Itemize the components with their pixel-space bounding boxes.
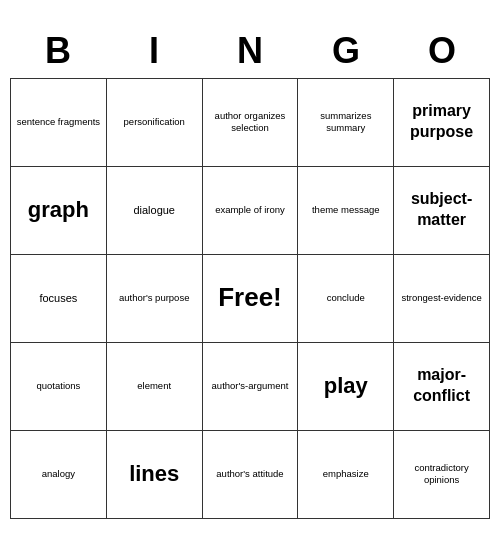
bingo-cell-11[interactable]: author's purpose — [107, 255, 203, 343]
bingo-cell-9[interactable]: subject-matter — [394, 167, 490, 255]
bingo-grid: sentence fragmentspersonificationauthor … — [10, 78, 490, 519]
bingo-cell-13[interactable]: conclude — [298, 255, 394, 343]
bingo-cell-8[interactable]: theme message — [298, 167, 394, 255]
bingo-cell-12[interactable]: Free! — [203, 255, 299, 343]
bingo-cell-23[interactable]: emphasize — [298, 431, 394, 519]
bingo-cell-10[interactable]: focuses — [11, 255, 107, 343]
bingo-cell-20[interactable]: analogy — [11, 431, 107, 519]
header-b: B — [10, 26, 106, 76]
bingo-cell-14[interactable]: strongest-evidence — [394, 255, 490, 343]
bingo-header: B I N G O — [10, 26, 490, 76]
header-i: I — [106, 26, 202, 76]
bingo-cell-21[interactable]: lines — [107, 431, 203, 519]
bingo-cell-19[interactable]: major-conflict — [394, 343, 490, 431]
header-o: O — [394, 26, 490, 76]
bingo-cell-1[interactable]: personification — [107, 79, 203, 167]
bingo-cell-7[interactable]: example of irony — [203, 167, 299, 255]
bingo-cell-16[interactable]: element — [107, 343, 203, 431]
bingo-cell-6[interactable]: dialogue — [107, 167, 203, 255]
bingo-cell-2[interactable]: author organizes selection — [203, 79, 299, 167]
bingo-cell-15[interactable]: quotations — [11, 343, 107, 431]
header-n: N — [202, 26, 298, 76]
bingo-card: B I N G O sentence fragmentspersonificat… — [10, 26, 490, 519]
bingo-cell-24[interactable]: contradictory opinions — [394, 431, 490, 519]
header-g: G — [298, 26, 394, 76]
bingo-cell-17[interactable]: author's-argument — [203, 343, 299, 431]
bingo-cell-5[interactable]: graph — [11, 167, 107, 255]
bingo-cell-18[interactable]: play — [298, 343, 394, 431]
bingo-cell-4[interactable]: primary purpose — [394, 79, 490, 167]
bingo-cell-0[interactable]: sentence fragments — [11, 79, 107, 167]
bingo-cell-22[interactable]: author's attitude — [203, 431, 299, 519]
bingo-cell-3[interactable]: summarizes summary — [298, 79, 394, 167]
